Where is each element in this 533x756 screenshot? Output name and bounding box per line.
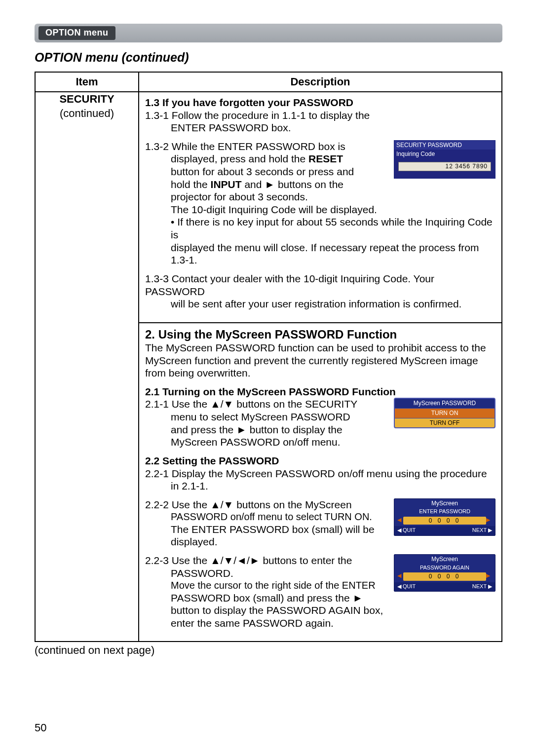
fig4-t1: MyScreen bbox=[394, 555, 495, 564]
s13-p2f: The 10-digit Inquiring Code will be disp… bbox=[145, 203, 495, 216]
fig3-t2: ENTER PASSWORD bbox=[394, 508, 495, 516]
fig4-quit: ◀ QUIT bbox=[397, 583, 416, 590]
fig2-off: TURN OFF bbox=[395, 418, 495, 428]
s22-p3d: PASSWORD box (small) and press the ► bbox=[145, 592, 495, 605]
s13-p2d-bold: INPUT bbox=[211, 179, 242, 190]
desc-cell-bottom: 2. Using the MyScreen PASSWORD Function … bbox=[139, 323, 502, 642]
s13-p1a: 1.3-1 Follow the procedure in 1.1-1 to d… bbox=[145, 109, 495, 122]
fig3-next: NEXT ▶ bbox=[472, 527, 492, 533]
continued-note: (continued on next page) bbox=[35, 644, 502, 657]
s13-title: 1.3 If you have forgotten your PASSWORD bbox=[145, 96, 495, 109]
fig4-t2: PASSWORD AGAIN bbox=[394, 564, 495, 572]
s13-p2h: displayed the menu will close. If necess… bbox=[145, 241, 495, 266]
option-table: Item Description SECURITY (continued) 1.… bbox=[35, 72, 502, 642]
s13-p3a: 1.3-3 Contact your dealer with the 10-di… bbox=[145, 272, 495, 298]
s13-p2d-b: and ► buttons on the bbox=[242, 179, 343, 190]
s22-p1b: in 2.1-1. bbox=[145, 480, 495, 492]
s13-p2d-a: hold the bbox=[171, 179, 211, 190]
s2-intro: The MyScreen PASSWORD function can be us… bbox=[145, 341, 495, 379]
desc-cell-top: 1.3 If you have forgotten your PASSWORD … bbox=[139, 92, 502, 323]
item-name: SECURITY bbox=[36, 92, 138, 107]
header-description: Description bbox=[139, 72, 502, 92]
s13-p3b: will be sent after your user registratio… bbox=[145, 298, 495, 310]
menu-tab-label: OPTION menu bbox=[38, 26, 115, 40]
fig2-on: TURN ON bbox=[395, 408, 495, 418]
s13-p1b: ENTER PASSWORD box. bbox=[145, 121, 495, 134]
menu-tab-bar: OPTION menu bbox=[35, 24, 502, 42]
fig3-quit: ◀ QUIT bbox=[397, 527, 416, 533]
s13-p2g: • If there is no key input for about 55 … bbox=[145, 216, 495, 241]
header-item: Item bbox=[35, 72, 139, 92]
fig2-title: MyScreen PASSWORD bbox=[395, 399, 495, 408]
s13-p2b: displayed, press and hold the bbox=[171, 153, 308, 164]
s21-p1d: MyScreen PASSWORD on/off menu. bbox=[145, 436, 495, 449]
fig-password-again: MyScreen PASSWORD AGAIN 0 0 0 0 ◀ QUIT N… bbox=[394, 554, 495, 592]
s13-p2d-line: hold the INPUT and ► buttons on the bbox=[145, 178, 495, 191]
s22-title: 2.2 Setting the PASSWORD bbox=[145, 454, 495, 467]
s2-title: 2. Using the MyScreen PASSWORD Function bbox=[145, 327, 495, 341]
fig4-digits: 0 0 0 0 bbox=[403, 572, 486, 581]
s22-p2d: displayed. bbox=[145, 535, 495, 548]
section-title: OPTION menu (continued) bbox=[35, 50, 502, 65]
fig1-sub: Inquiring Code bbox=[396, 151, 493, 158]
s13-p2e: projector for about 3 seconds. bbox=[145, 190, 495, 203]
fig3-digits: 0 0 0 0 bbox=[403, 517, 486, 525]
s22-p3f: enter the same PASSWORD again. bbox=[145, 617, 495, 630]
fig1-code: 12 3456 7890 bbox=[398, 162, 491, 171]
item-sub: (continued) bbox=[36, 107, 138, 121]
fig-security-password: SECURITY PASSWORD Inquiring Code 12 3456… bbox=[394, 140, 495, 179]
s22-p3e: button to display the PASSWORD AGAIN box… bbox=[145, 604, 495, 617]
fig-myscreen-onoff: MyScreen PASSWORD TURN ON TURN OFF bbox=[394, 398, 495, 428]
s22-p1a: 2.2-1 Display the MyScreen PASSWORD on/o… bbox=[145, 467, 495, 480]
s13-p2b-bold: RESET bbox=[308, 153, 343, 164]
fig-enter-password: MyScreen ENTER PASSWORD 0 0 0 0 ◀ QUIT N… bbox=[394, 498, 495, 536]
fig4-next: NEXT ▶ bbox=[472, 583, 492, 590]
s21-title: 2.1 Turning on the MyScreen PASSWORD Fun… bbox=[145, 385, 495, 398]
fig3-t1: MyScreen bbox=[394, 499, 495, 508]
fig1-bar: SECURITY PASSWORD bbox=[394, 141, 495, 150]
page-number: 50 bbox=[35, 721, 46, 734]
item-cell: SECURITY (continued) bbox=[35, 92, 139, 642]
